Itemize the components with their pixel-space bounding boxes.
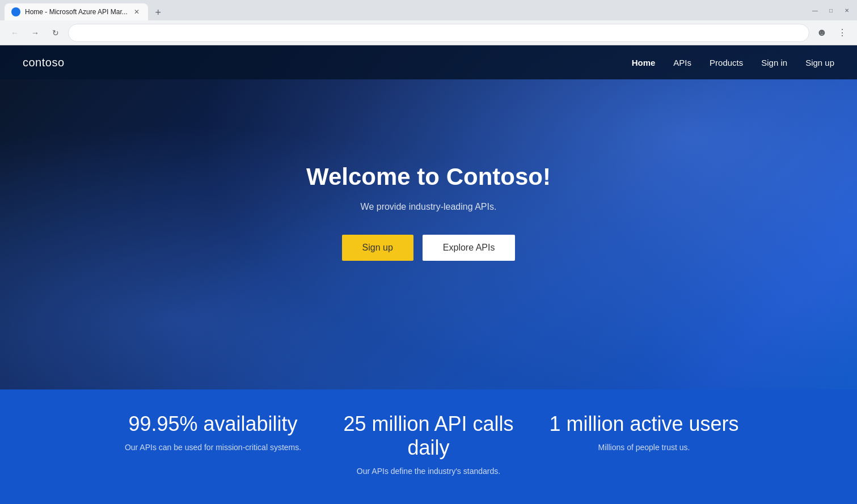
- site-nav-links: Home APIs Products Sign in Sign up: [632, 58, 834, 67]
- tab-title: Home - Microsoft Azure API Mar...: [25, 8, 128, 16]
- hero-signup-button[interactable]: Sign up: [342, 235, 413, 261]
- hero-subtitle: We provide industry-leading APIs.: [361, 202, 497, 212]
- profile-button[interactable]: ☻: [814, 25, 830, 41]
- nav-home[interactable]: Home: [632, 58, 656, 67]
- hero-explore-button[interactable]: Explore APIs: [423, 235, 516, 261]
- browser-tabs: Home - Microsoft Azure API Mar... ✕ +: [5, 0, 805, 20]
- address-bar[interactable]: [68, 24, 809, 42]
- hero-buttons: Sign up Explore APIs: [342, 235, 516, 261]
- forward-button[interactable]: →: [27, 25, 43, 41]
- new-tab-button[interactable]: +: [150, 5, 166, 20]
- close-button[interactable]: ✕: [841, 5, 852, 16]
- nav-products[interactable]: Products: [710, 58, 743, 67]
- stat-desc-users: Millions of people trust us.: [548, 443, 741, 452]
- browser-frame: Home - Microsoft Azure API Mar... ✕ + — …: [0, 0, 857, 504]
- website-content: contoso Home APIs Products Sign in Sign …: [0, 45, 857, 504]
- nav-signup[interactable]: Sign up: [805, 58, 834, 67]
- stat-number-users: 1 million active users: [548, 412, 741, 436]
- hero-section: Welcome to Contoso! We provide industry-…: [0, 45, 857, 504]
- stat-number-availability: 99.95% availability: [117, 412, 310, 436]
- browser-menu-button[interactable]: ⋮: [834, 25, 850, 41]
- stats-section: 99.95% availability Our APIs can be used…: [0, 389, 857, 504]
- stat-desc-availability: Our APIs can be used for mission-critica…: [117, 443, 310, 452]
- nav-apis[interactable]: APIs: [673, 58, 691, 67]
- reload-button[interactable]: ↻: [48, 25, 64, 41]
- browser-toolbar: ← → ↻ ☻ ⋮: [0, 20, 857, 45]
- tab-favicon: [11, 7, 20, 16]
- stat-item-availability: 99.95% availability Our APIs can be used…: [105, 412, 321, 476]
- stat-item-users: 1 million active users Millions of peopl…: [537, 412, 752, 476]
- hero-title: Welcome to Contoso!: [306, 163, 551, 190]
- stat-item-calls: 25 million API calls daily Our APIs defi…: [321, 412, 537, 476]
- nav-signin[interactable]: Sign in: [761, 58, 787, 67]
- stat-number-calls: 25 million API calls daily: [332, 412, 525, 460]
- back-button[interactable]: ←: [7, 25, 23, 41]
- window-controls: — □ ✕: [809, 5, 852, 16]
- site-logo: contoso: [23, 56, 65, 69]
- minimize-button[interactable]: —: [809, 5, 821, 16]
- browser-titlebar: Home - Microsoft Azure API Mar... ✕ + — …: [0, 0, 857, 20]
- tab-close-button[interactable]: ✕: [132, 7, 141, 16]
- hero-content: Welcome to Contoso! We provide industry-…: [0, 45, 857, 389]
- active-tab[interactable]: Home - Microsoft Azure API Mar... ✕: [5, 3, 148, 20]
- maximize-button[interactable]: □: [825, 5, 837, 16]
- site-navbar: contoso Home APIs Products Sign in Sign …: [0, 45, 857, 79]
- stat-desc-calls: Our APIs define the industry's standards…: [332, 467, 525, 476]
